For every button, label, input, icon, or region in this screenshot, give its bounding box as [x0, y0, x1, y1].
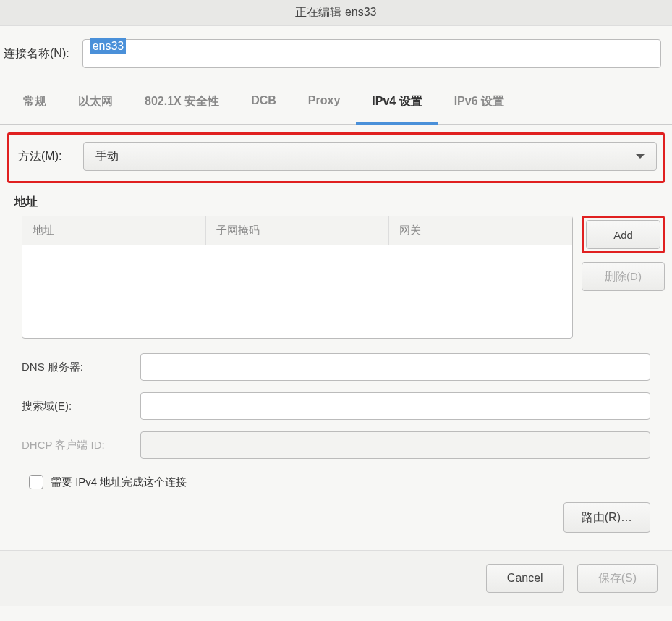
method-select-value: 手动 — [95, 149, 119, 164]
search-domain-label: 搜索域(E): — [22, 400, 130, 413]
connection-name-input[interactable]: ens33 — [82, 39, 661, 68]
method-select[interactable]: 手动 — [83, 142, 657, 171]
dhcp-client-id-row: DHCP 客户端 ID: — [22, 431, 650, 459]
col-gateway: 网关 — [389, 216, 572, 245]
require-ipv4-label: 需要 IPv4 地址完成这个连接 — [51, 476, 187, 489]
require-ipv4-checkbox[interactable] — [29, 475, 43, 489]
cancel-button[interactable]: Cancel — [486, 564, 564, 593]
addresses-section-label: 地址 — [7, 189, 665, 216]
tab-ethernet[interactable]: 以太网 — [62, 81, 129, 124]
addresses-buttons: Add 删除(D) — [582, 216, 665, 339]
routes-row: 路由(R)… — [7, 489, 665, 550]
search-domain-input[interactable] — [140, 392, 650, 420]
addresses-header: 地址 子网掩码 网关 — [22, 216, 572, 245]
save-button[interactable]: 保存(S) — [577, 564, 658, 593]
tab-ipv4[interactable]: IPv4 设置 — [356, 81, 438, 125]
delete-button[interactable]: 删除(D) — [582, 262, 665, 291]
method-label: 方法(M): — [15, 149, 61, 164]
dns-row: DNS 服务器: — [22, 353, 650, 381]
addresses-table[interactable]: 地址 子网掩码 网关 — [22, 216, 573, 339]
form-rows: DNS 服务器: 搜索域(E): DHCP 客户端 ID: — [7, 353, 665, 459]
method-highlight-box: 方法(M): 手动 — [7, 132, 665, 183]
dhcp-client-id-label: DHCP 客户端 ID: — [22, 439, 130, 452]
add-highlight-box: Add — [582, 216, 665, 253]
search-domain-row: 搜索域(E): — [22, 392, 650, 420]
routes-button[interactable]: 路由(R)… — [563, 502, 650, 533]
tab-proxy[interactable]: Proxy — [292, 81, 356, 124]
dhcp-client-id-input — [140, 431, 650, 459]
tab-content: 方法(M): 手动 地址 地址 子网掩码 网关 Add 删除(D) — [0, 125, 672, 550]
dns-label: DNS 服务器: — [22, 360, 130, 374]
dialog-footer: Cancel 保存(S) — [0, 550, 672, 606]
dns-input[interactable] — [140, 353, 650, 381]
tabs-bar: 常规 以太网 802.1X 安全性 DCB Proxy IPv4 设置 IPv6… — [0, 81, 672, 125]
tab-general[interactable]: 常规 — [7, 81, 62, 124]
connection-name-label: 连接名称(N): — [4, 46, 69, 62]
network-editor-window: 正在编辑 ens33 连接名称(N): ens33 常规 以太网 802.1X … — [0, 0, 672, 621]
window-title: 正在编辑 ens33 — [0, 0, 672, 26]
add-button[interactable]: Add — [586, 220, 660, 249]
col-address: 地址 — [22, 216, 206, 245]
require-ipv4-row: 需要 IPv4 地址完成这个连接 — [7, 470, 665, 489]
col-netmask: 子网掩码 — [206, 216, 390, 245]
connection-name-row: 连接名称(N): ens33 — [0, 26, 672, 81]
tab-8021x[interactable]: 802.1X 安全性 — [129, 81, 235, 124]
connection-name-value: ens33 — [90, 38, 127, 54]
tab-ipv6[interactable]: IPv6 设置 — [438, 81, 520, 124]
tab-dcb[interactable]: DCB — [235, 81, 292, 124]
chevron-down-icon — [636, 154, 645, 159]
addresses-area: 地址 子网掩码 网关 Add 删除(D) — [7, 216, 665, 339]
